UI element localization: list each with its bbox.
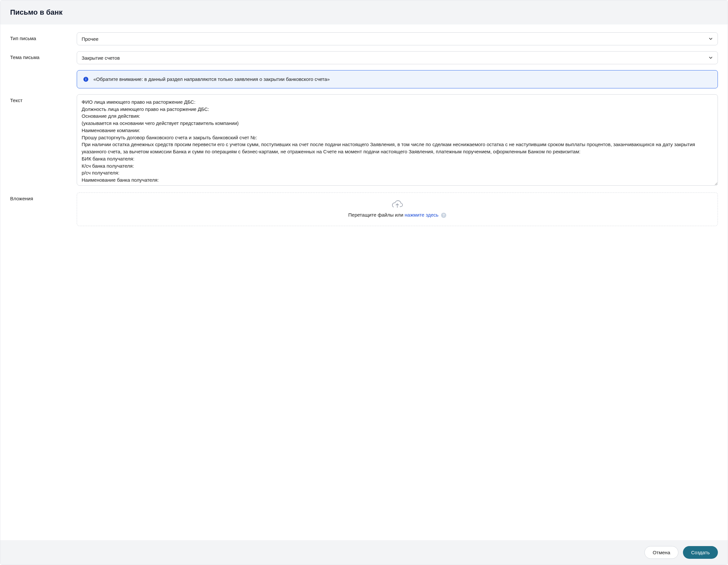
letter-to-bank-dialog: Письмо в банк Тип письма Прочее Тема пис… — [0, 0, 728, 565]
svg-point-2 — [86, 78, 86, 78]
textarea-body[interactable] — [77, 94, 718, 186]
label-body: Текст — [10, 94, 69, 103]
select-letter-type[interactable]: Прочее — [77, 32, 718, 45]
select-letter-type-value: Прочее — [82, 36, 99, 42]
form-body: Тип письма Прочее Тема письма Закрытие — [0, 24, 728, 540]
page-title: Письмо в банк — [10, 8, 718, 17]
label-attachments: Вложения — [10, 193, 69, 201]
dropzone-text: Перетащите файлы или нажмите здесь ? — [82, 212, 712, 218]
cancel-button[interactable]: Отмена — [644, 546, 678, 559]
dropzone-drag-text: Перетащите файлы или — [348, 212, 405, 218]
select-subject[interactable]: Закрытие счетов — [77, 51, 718, 64]
info-icon — [83, 76, 89, 82]
select-subject-value: Закрытие счетов — [82, 55, 120, 61]
dropzone-browse-link[interactable]: нажмите здесь — [405, 212, 439, 218]
dialog-footer: Отмена Создать — [0, 540, 728, 565]
row-attachments: Вложения Перетащите файлы или нажмите зд… — [10, 193, 718, 226]
row-body: Текст — [10, 94, 718, 187]
info-banner: «Обратите внимание: в данный раздел напр… — [77, 70, 718, 88]
help-icon[interactable]: ? — [441, 213, 446, 218]
svg-rect-1 — [86, 79, 86, 81]
label-letter-type: Тип письма — [10, 32, 69, 41]
submit-button[interactable]: Создать — [683, 546, 718, 559]
row-subject: Тема письма Закрытие счетов «Обратите вн… — [10, 51, 718, 88]
file-dropzone[interactable]: Перетащите файлы или нажмите здесь ? — [77, 193, 718, 226]
row-letter-type: Тип письма Прочее — [10, 32, 718, 45]
label-subject: Тема письма — [10, 51, 69, 60]
info-banner-text: «Обратите внимание: в данный раздел напр… — [93, 76, 330, 83]
dialog-header: Письмо в банк — [0, 0, 728, 24]
cloud-upload-icon — [392, 200, 403, 209]
